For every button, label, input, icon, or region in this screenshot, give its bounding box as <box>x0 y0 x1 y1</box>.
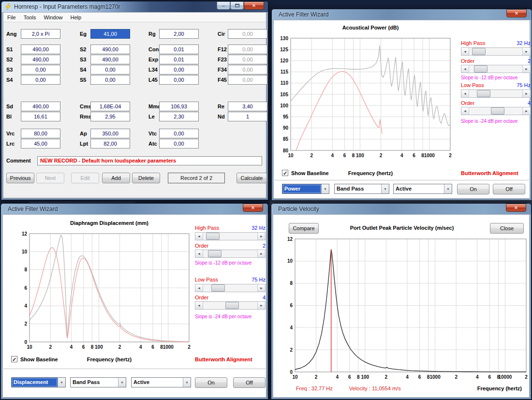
filter-type-dropdown[interactable]: Band Pass ▼ <box>334 184 389 194</box>
param-input-le[interactable]: 2,30 <box>159 112 199 121</box>
param-input-lrc[interactable]: 45,00 <box>21 139 60 148</box>
slider-thumb[interactable] <box>206 233 220 240</box>
param-input-ap[interactable]: 350,00 <box>90 129 130 138</box>
param-input-bl[interactable]: 16,61 <box>21 112 60 121</box>
slider-track[interactable] <box>469 90 522 97</box>
param-input-re[interactable]: 3,40 <box>228 102 267 111</box>
low-pass-order-slider[interactable]: ◄ ► <box>461 107 531 115</box>
param-input-s4[interactable]: 0,00 <box>90 65 130 74</box>
slider-track[interactable] <box>203 250 257 257</box>
slider-thumb[interactable] <box>477 90 490 97</box>
param-input-s3[interactable]: 490,00 <box>90 55 130 64</box>
response-type-dropdown[interactable]: Displacement ▼ <box>11 377 66 387</box>
param-input-f12[interactable]: 0,00 <box>228 44 267 54</box>
slider-left-arrow-icon[interactable]: ◄ <box>461 48 469 55</box>
param-input-cir[interactable]: 0,00 <box>228 29 267 39</box>
comment-input[interactable]: NEW RECORD - Default horn loudspeaker pa… <box>37 156 262 165</box>
maximize-button[interactable] <box>230 1 244 10</box>
slider-left-arrow-icon[interactable]: ◄ <box>195 284 203 292</box>
slider-right-arrow-icon[interactable]: ► <box>522 48 530 55</box>
param-input-con[interactable]: 0,01 <box>159 44 199 54</box>
dropdown-arrow-icon[interactable]: ▼ <box>58 378 65 387</box>
edit-button[interactable]: Edit <box>71 173 99 183</box>
low-pass-frequency-slider[interactable]: ◄ ► <box>461 89 531 98</box>
param-input-f23[interactable]: 0,00 <box>228 55 267 64</box>
slider-right-arrow-icon[interactable]: ► <box>257 284 265 292</box>
param-input-f45[interactable]: 0,00 <box>228 75 267 85</box>
close-button[interactable]: ✕ <box>244 1 264 10</box>
on-button[interactable]: On <box>457 184 489 194</box>
menu-window[interactable]: Window <box>40 14 66 21</box>
minimize-button[interactable]: – <box>217 1 230 10</box>
close-button[interactable]: ✕ <box>506 9 527 17</box>
slider-thumb[interactable] <box>472 48 486 55</box>
high-pass-frequency-slider[interactable]: ◄ ► <box>461 47 531 56</box>
high-pass-order-slider[interactable]: ◄ ► <box>461 65 531 73</box>
param-input-sd[interactable]: 490,00 <box>21 102 60 111</box>
param-input-s2[interactable]: 490,00 <box>21 55 60 64</box>
previous-button[interactable]: Previous <box>6 173 34 183</box>
low-pass-frequency-slider[interactable]: ◄ ► <box>195 284 266 292</box>
slider-thumb[interactable] <box>225 302 239 309</box>
off-button[interactable]: Off <box>233 377 266 388</box>
slider-thumb[interactable] <box>474 65 488 73</box>
add-button[interactable]: Add <box>102 173 130 183</box>
menu-tools[interactable]: Tools <box>20 14 40 21</box>
slider-right-arrow-icon[interactable]: ► <box>257 302 265 309</box>
slider-right-arrow-icon[interactable]: ► <box>522 65 530 73</box>
slider-left-arrow-icon[interactable]: ◄ <box>461 90 469 97</box>
slider-track[interactable] <box>203 284 257 292</box>
menu-file[interactable]: File <box>3 14 20 21</box>
param-input-f34[interactable]: 0,00 <box>228 65 267 74</box>
param-input-s4[interactable]: 0,00 <box>21 75 60 85</box>
param-input-nd[interactable]: 1 <box>228 112 267 121</box>
response-type-dropdown[interactable]: Power ▼ <box>282 184 329 194</box>
slider-thumb[interactable] <box>491 107 504 115</box>
dropdown-arrow-icon[interactable]: ▼ <box>183 378 191 387</box>
slider-right-arrow-icon[interactable]: ► <box>522 107 530 115</box>
dropdown-arrow-icon[interactable]: ▼ <box>444 184 452 193</box>
param-input-s3[interactable]: 0,00 <box>21 65 60 74</box>
slider-left-arrow-icon[interactable]: ◄ <box>461 65 469 73</box>
slider-left-arrow-icon[interactable]: ◄ <box>195 302 203 309</box>
window-titlebar[interactable]: Hornresp - Input Parameters magm1270r – … <box>1 1 268 12</box>
high-pass-frequency-slider[interactable]: ◄ ► <box>195 232 266 240</box>
param-input-mmd[interactable]: 106,93 <box>159 102 199 111</box>
slider-track[interactable] <box>469 65 522 73</box>
param-input-eg[interactable]: 41,00 <box>90 29 130 39</box>
window-titlebar[interactable]: Active Filter Wizard ✕ <box>272 9 532 20</box>
slider-track[interactable] <box>469 48 522 55</box>
param-input-vtc[interactable]: 0,00 <box>159 129 199 138</box>
delete-button[interactable]: Delete <box>132 173 160 183</box>
param-input-l45[interactable]: 0,00 <box>159 75 199 85</box>
slider-left-arrow-icon[interactable]: ◄ <box>195 233 203 240</box>
dropdown-arrow-icon[interactable]: ▼ <box>381 184 389 193</box>
low-pass-order-slider[interactable]: ◄ ► <box>195 301 266 310</box>
param-input-exp[interactable]: 0,01 <box>159 55 199 64</box>
calculate-button[interactable]: Calculate <box>236 173 267 183</box>
slider-track[interactable] <box>203 302 257 309</box>
param-input-vrc[interactable]: 80,00 <box>21 129 60 138</box>
menu-help[interactable]: Help <box>67 14 86 21</box>
slider-left-arrow-icon[interactable]: ◄ <box>195 250 203 257</box>
param-input-atc[interactable]: 0,00 <box>159 139 199 148</box>
param-input-rg[interactable]: 2,00 <box>159 29 199 39</box>
filter-type-dropdown[interactable]: Band Pass ▼ <box>70 377 126 387</box>
slider-track[interactable] <box>203 233 257 240</box>
slider-thumb[interactable] <box>211 284 225 292</box>
off-button[interactable]: Off <box>493 184 525 194</box>
slider-left-arrow-icon[interactable]: ◄ <box>461 107 469 115</box>
slider-track[interactable] <box>469 107 522 115</box>
slider-right-arrow-icon[interactable]: ► <box>522 90 530 97</box>
param-input-s5[interactable]: 0,00 <box>90 75 130 85</box>
param-input-ang[interactable]: 2,0 x Pi <box>21 29 60 39</box>
dropdown-arrow-icon[interactable]: ▼ <box>118 378 126 387</box>
param-input-rms[interactable]: 2,95 <box>90 112 130 121</box>
on-button[interactable]: On <box>195 377 227 388</box>
slider-right-arrow-icon[interactable]: ► <box>257 233 265 240</box>
param-input-cms[interactable]: 1,68E-04 <box>90 102 130 111</box>
window-titlebar[interactable]: Particle Velocity ✕ <box>271 204 531 214</box>
param-input-l34[interactable]: 0,00 <box>159 65 199 74</box>
close-button[interactable]: ✕ <box>243 204 263 212</box>
window-titlebar[interactable]: Active Filter Wizard ✕ <box>1 204 268 214</box>
